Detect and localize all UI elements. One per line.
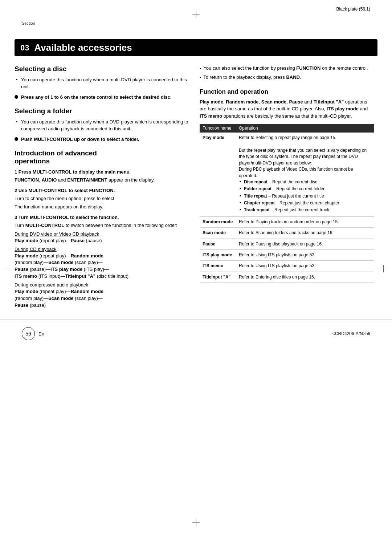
table-body: Play mode Refer to Selecting a repeat pl… [200,133,374,283]
table-row: TitleInput "A" Refer to Entering disc ti… [200,272,374,282]
table-header-row: Function name Operation [200,124,374,133]
row-pause-operation: Refer to Pausing disc playback on page 1… [236,239,374,249]
its-memo-bold2: ITS memo [15,273,37,279]
titleinput-intro-bold: TitleInput "A" [314,99,344,105]
step2-title: 2 Use MULTI-CONTROL to select FUNCTION. [15,187,189,194]
crosshair-left [5,265,12,272]
pause-bold2: Pause [15,267,28,272]
right-note2-text: To return to the playback display, press… [203,74,301,81]
product-code: <CRD4206-A/N>56 [332,331,370,336]
step1-body: FUNCTION, AUDIO and ENTERTAINMENT appear… [15,177,189,184]
play-mode-sub-bullets: Disc repeat – Repeat the current disc Fo… [239,179,371,213]
table-row: Play mode Refer to Selecting a repeat pl… [200,133,374,216]
scan-mode-bold3: Scan mode [48,296,73,301]
page-number: 56 [25,331,31,337]
cd-sequence: Play mode (repeat play)—Random mode (ran… [15,253,189,280]
sub-bullet-chapter-repeat: Chapter repeat – Repeat just the current… [239,200,371,206]
row-its-memo-name: ITS memo [200,261,236,272]
crosshair-top [192,11,200,18]
row-its-play-operation: Refer to Using ITS playlists on page 53. [236,250,374,261]
bullet-circle-icon [15,95,18,99]
band-bold: BAND [286,74,300,80]
underline-dvd: During DVD video or Video CD playback [15,231,189,237]
step-1: 1 Press MULTI-CONTROL to display the mai… [15,169,189,184]
chapter-repeat-bold: Chapter repeat [244,200,275,206]
left-column: Selecting a disc You can operate this fu… [15,65,189,312]
its-play-bold2: ITS play mode [50,267,82,272]
row-its-play-name: ITS play mode [200,250,236,261]
row-scan-mode-name: Scan mode [200,228,236,239]
bottom-bar: 56 En <CRD4206-A/N>56 [0,320,392,347]
play-mode-intro-bold: Play mode [200,99,223,105]
row-titleinput-name: TitleInput "A" [200,272,236,282]
col-function-name: Function name [200,124,236,133]
scan-mode-intro-bold: Scan mode [261,99,286,105]
table-row: Random mode Refer to Playing tracks in r… [200,216,374,227]
its-play-intro-bold: ITS play mode [327,106,359,111]
random-mode-bold2: Random mode [71,253,103,259]
section-label: Section [22,21,35,25]
step1-audio-bold: AUDIO [41,177,57,183]
random-mode-bold3: Random mode [71,289,103,294]
row-random-mode-name: Random mode [200,216,236,227]
step1-body-bold: FUNCTION [15,177,39,183]
row-its-memo-operation: Refer to Using ITS playlists on page 53. [236,261,374,272]
table-head: Function name Operation [200,124,374,133]
top-right-label: Black plate (56,1) [336,7,370,12]
selecting-disc-heading: Selecting a disc [15,65,189,73]
col-operation: Operation [236,124,374,133]
right-column: ▪ You can also select the function by pr… [200,65,374,312]
scan-mode-bold2: Scan mode [48,260,73,265]
right-note1-text: You can also select the function by pres… [203,65,368,72]
table-row: Scan mode Refer to Scanning folders and … [200,228,374,239]
bullet-circle-icon2 [15,137,18,141]
selecting-folder-bold-text: Push MULTI-CONTROL up or down to select … [21,136,139,143]
page-number-box: 56 [22,327,35,340]
sub-bullet-title-repeat: Title repeat – Repeat just the current t… [239,193,371,199]
row-titleinput-operation: Refer to Entering disc titles on page 16… [236,272,374,282]
selecting-folder-heading: Selecting a folder [15,107,189,115]
sub-bullet-track-repeat: Track repeat – Repeat just the current t… [239,207,371,213]
sub-bullet-disc-repeat: Disc repeat – Repeat the current disc [239,179,371,185]
play-mode-bold2: Play mode [15,253,38,259]
sq-bullet-icon1: ▪ [200,65,201,72]
right-note1: ▪ You can also select the function by pr… [200,65,374,72]
func-heading: Function and operation [200,88,374,95]
step3-body1: Turn MULTI-CONTROL to switch between the… [15,222,189,229]
play-mode-bold1: Play mode [15,238,38,243]
pause-intro-bold: Pause [289,99,303,105]
lang-label: En [38,331,44,337]
disc-repeat-bold: Disc repeat [244,179,268,184]
step-3: 3 Turn MULTI-CONTROL to select the funct… [15,214,189,309]
row-play-mode-name: Play mode [200,133,236,216]
row-scan-mode-operation: Refer to Scanning folders and tracks on … [236,228,374,239]
play-mode-bold3: Play mode [15,289,38,294]
bottom-left: 56 En [22,327,44,340]
right-note2: ▪ To return to the playback display, pre… [200,74,374,81]
table-row: Pause Refer to Pausing disc playback on … [200,239,374,249]
selecting-disc-bold-text: Press any of 1 to 6 on the remote contro… [21,94,172,101]
intro-advanced-heading: Introduction of advancedoperations [15,149,189,165]
step2-body2: The function name appears on the display… [15,204,189,211]
row-random-mode-operation: Refer to Playing tracks in random order … [236,216,374,227]
crosshair-bottom [192,519,200,526]
step3-title: 3 Turn MULTI-CONTROL to select the funct… [15,214,189,221]
bottom-right: <CRD4206-A/N>56 [332,331,370,336]
main-content: Selecting a disc You can operate this fu… [15,65,377,312]
pause-bold3: Pause [15,302,28,308]
underline-cd: During CD playback [15,247,189,252]
step2-body1: Turn to change the menu option; press to… [15,195,189,202]
step3-multicontrol-bold: MULTI-CONTROL [25,223,64,228]
track-repeat-bold: Track repeat [244,207,270,212]
function-table: Function name Operation Play mode Refer … [200,124,374,283]
table-row: ITS memo Refer to Using ITS playlists on… [200,261,374,272]
sub-bullet-folder-repeat: Folder repeat – Repeat the current folde… [239,186,371,192]
row-play-mode-operation: Refer to Selecting a repeat play range o… [236,133,374,216]
step1-title: 1 Press MULTI-CONTROL to display the mai… [15,169,189,175]
random-mode-intro-bold: Random mode [226,99,258,105]
selecting-folder-bullet1: You can operate this function only when … [15,119,189,133]
dvd-sequence: Play mode (repeat play)—Pause (pause) [15,237,189,244]
pause-bold1: Pause [71,238,85,243]
selecting-disc-bullets: You can operate this function only when … [15,77,189,90]
crosshair-right [380,265,387,272]
